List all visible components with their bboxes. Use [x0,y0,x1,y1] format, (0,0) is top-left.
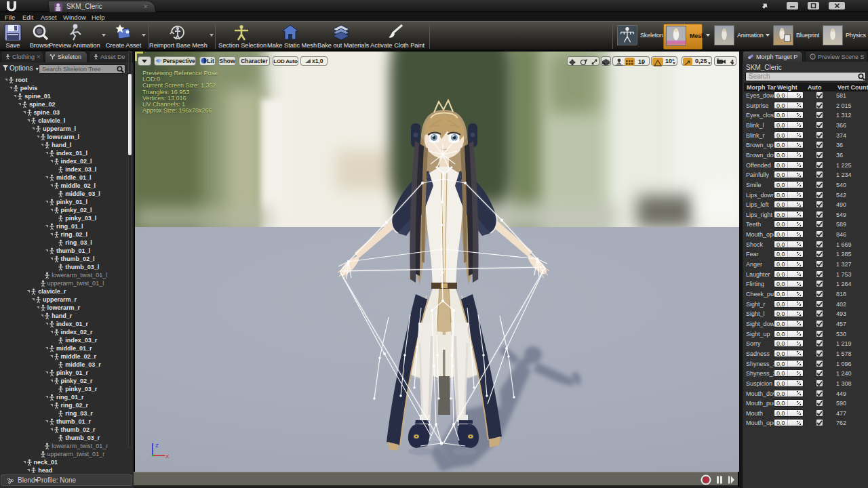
svg-text:X: X [165,453,170,460]
svg-text:i: i [812,55,813,59]
svg-text:Z: Z [155,443,159,449]
